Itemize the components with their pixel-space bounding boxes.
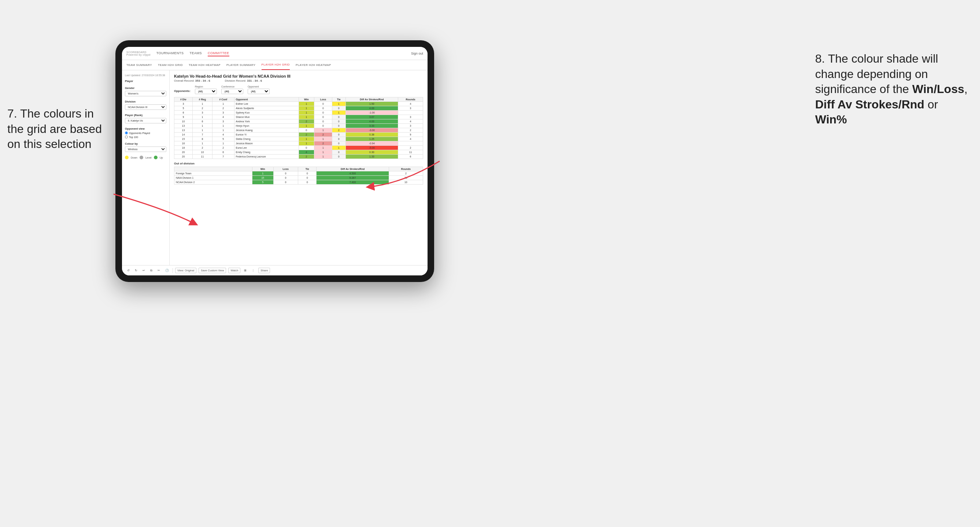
- filter-region: Region (All): [195, 85, 217, 94]
- ood-col-opponent: [174, 167, 253, 171]
- table-row: 14 7 4 Eunice Yi 2 2 0 0.38 9: [174, 133, 423, 137]
- tab-team-summary[interactable]: TEAM SUMMARY: [126, 60, 152, 70]
- nav-committee[interactable]: COMMITTEE: [208, 51, 229, 56]
- tab-player-h2h-heatmap[interactable]: PLAYER H2H HEATMAP: [296, 60, 331, 70]
- filter-conference-label: Conference: [221, 85, 243, 88]
- sidebar-colour-label: Colour by: [125, 142, 166, 145]
- table-row: NAIA Division 1 15 0 0 9.267 30: [174, 176, 423, 180]
- col-rounds: Rounds: [398, 97, 423, 102]
- toolbar-copy[interactable]: ⧉: [149, 268, 154, 273]
- table-row: 3 1 1 Esther Lee 1 0 1 1.50 4: [174, 102, 423, 106]
- sidebar-player-rank-label: Player (Rank): [125, 114, 166, 117]
- filter-opponent: Opponent (All): [248, 85, 270, 94]
- sidebar-opponent-view-label: Opponent view: [125, 127, 166, 130]
- table-row: Foreign Team 1 0 0 4.500 2: [174, 171, 423, 176]
- sidebar-division-select[interactable]: NCAA Division III: [125, 105, 166, 110]
- table-row: 13 1 1 Heejo Hyun 1 0 0 3.33 3: [174, 124, 423, 128]
- annotation-right: 8. The colour shade will change dependin…: [815, 51, 969, 127]
- col-conf: # Conf: [213, 97, 234, 102]
- filter-row: Opponents: Region (All) Conference (All): [174, 85, 423, 94]
- toolbar-divider-1: [173, 268, 173, 273]
- out-of-division-header: Out of division: [174, 162, 423, 165]
- toolbar-clock[interactable]: 🕐: [164, 268, 170, 273]
- ood-col-loss: Loss: [273, 167, 298, 171]
- table-row: 5 2 2 Alexis Sudjianto 1 0 0 4.00 3: [174, 106, 423, 111]
- toolbar-share[interactable]: Share: [258, 268, 270, 273]
- table-row: 16 1 1 Jessica Mason 1 2 0 -0.94: [174, 141, 423, 146]
- opponents-label: Opponents:: [174, 89, 191, 93]
- filter-opponent-label: Opponent: [248, 85, 270, 88]
- ood-col-win: Win: [252, 167, 273, 171]
- sidebar-player-label: Player: [125, 79, 166, 83]
- toolbar-screen[interactable]: ⊞: [242, 268, 248, 273]
- tab-team-h2h-heatmap[interactable]: TEAM H2H HEATMAP: [189, 60, 221, 70]
- main-content: Last Updated: 27/03/2024 16:55:38 Player…: [122, 70, 428, 265]
- table-row: 20 11 7 Federica Domecq Lacroze 2 1 0 1.…: [174, 154, 423, 159]
- filter-region-label: Region: [195, 85, 217, 88]
- sidebar-gender-select[interactable]: Women's: [125, 91, 166, 96]
- col-tie: Tie: [332, 97, 345, 102]
- col-opponent: Opponent: [234, 97, 299, 102]
- sidebar-timestamp: Last Updated: 27/03/2024 16:55:38: [125, 74, 166, 76]
- table-row: 20 10 6 Emily Chang 4 1 0 0.30 11: [174, 150, 423, 154]
- sidebar-colour-section: Colour by Win/loss: [125, 142, 166, 152]
- table-row: 15 8 5 Stella Cheng 1 1 0 1.25 4: [174, 137, 423, 141]
- table-row: 10 6 3 Andrea York 2 0 0 4.00 4: [174, 119, 423, 124]
- toolbar-redo[interactable]: ↻: [134, 268, 139, 273]
- sub-nav: TEAM SUMMARY TEAM H2H GRID TEAM H2H HEAT…: [122, 60, 428, 70]
- colour-label-up: Up: [160, 156, 163, 159]
- toolbar-undo[interactable]: ↺: [126, 268, 131, 273]
- colour-dot-down: [125, 156, 129, 159]
- sidebar-player-rank-select[interactable]: 8. Katelyn Vo: [125, 118, 166, 124]
- tab-player-summary[interactable]: PLAYER SUMMARY: [226, 60, 256, 70]
- toolbar: ↺ ↻ ↩ ⧉ ✂ 🕐 View: Original Save Custom V…: [122, 265, 428, 275]
- toolbar-dots[interactable]: ⋮: [250, 268, 256, 273]
- overall-record: Overall Record: 353 - 34 - 6: [174, 79, 210, 83]
- logo: SCOREBOARD Powered by clippd: [126, 51, 151, 56]
- radio-opponents-played[interactable]: Opponents Played: [125, 132, 166, 134]
- tablet-device: SCOREBOARD Powered by clippd TOURNAMENTS…: [115, 40, 434, 282]
- ood-col-diff: Diff Av Strokes/Rnd: [317, 167, 389, 171]
- nav-teams[interactable]: TEAMS: [190, 51, 202, 56]
- sidebar-colour-select[interactable]: Win/loss: [125, 146, 166, 152]
- toolbar-back[interactable]: ↩: [141, 268, 146, 273]
- filter-region-select[interactable]: (All): [195, 89, 217, 94]
- colour-dot-up: [154, 156, 158, 159]
- toolbar-cut[interactable]: ✂: [156, 268, 162, 273]
- nav-right: Sign out: [411, 52, 423, 55]
- col-div: # Div: [174, 97, 193, 102]
- table-row: NCAA Division 2 5 0 0 7.400 10: [174, 180, 423, 184]
- col-diff: Diff Av Strokes/Rnd: [345, 97, 398, 102]
- nav-links: TOURNAMENTS TEAMS COMMITTEE: [156, 51, 411, 56]
- sidebar-player-section: Player: [125, 79, 166, 83]
- toolbar-save-custom[interactable]: Save Custom View: [199, 268, 226, 273]
- division-record: Division Record: 331 - 34 - 6: [225, 79, 262, 83]
- sign-out-link[interactable]: Sign out: [411, 52, 423, 55]
- annotation-left: 7. The colours in the grid are based on …: [7, 106, 103, 152]
- tab-player-h2h-grid[interactable]: PLAYER H2H GRID: [262, 60, 290, 70]
- out-of-division-table: Win Loss Tie Diff Av Strokes/Rnd Rounds …: [174, 167, 423, 184]
- nav-tournaments[interactable]: TOURNAMENTS: [156, 51, 184, 56]
- table-row: 18 2 2 Euna Lee 0 1 1 -5.00 2: [174, 146, 423, 150]
- sidebar-opponent-view-section: Opponent view Opponents Played Top 100: [125, 127, 166, 138]
- filter-opponent-select[interactable]: (All): [248, 89, 270, 94]
- tab-team-h2h-grid[interactable]: TEAM H2H GRID: [158, 60, 183, 70]
- radio-top-100[interactable]: Top 100: [125, 135, 166, 138]
- colour-dot-level: [140, 156, 143, 159]
- colour-label-down: Down: [131, 156, 137, 159]
- data-records: Overall Record: 353 - 34 - 6 Division Re…: [174, 79, 423, 83]
- sidebar-player-rank-section: Player (Rank) 8. Katelyn Vo: [125, 114, 166, 124]
- table-row: 13 1 1 Jessica Huang 0 1 2 -3.00 2: [174, 128, 423, 133]
- filter-conference-select[interactable]: (All): [221, 89, 243, 94]
- toolbar-view-original[interactable]: View: Original: [175, 268, 196, 273]
- nav-bar: SCOREBOARD Powered by clippd TOURNAMENTS…: [122, 47, 428, 60]
- sidebar-gender-label: Gender: [125, 86, 166, 90]
- sidebar-division-label: Division: [125, 100, 166, 103]
- col-loss: Loss: [314, 97, 332, 102]
- toolbar-watch[interactable]: Watch: [228, 268, 240, 273]
- colour-legend: Down Level Up: [125, 156, 166, 159]
- filter-conference: Conference (All): [221, 85, 243, 94]
- sidebar-gender-section: Gender Women's: [125, 86, 166, 96]
- data-panel: Katelyn Vo Head-to-Head Grid for Women's…: [170, 70, 428, 265]
- col-reg: # Reg: [192, 97, 212, 102]
